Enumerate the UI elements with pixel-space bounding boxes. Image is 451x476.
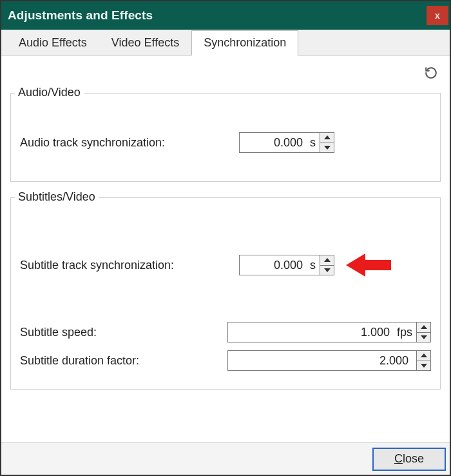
subtitle-speed-unit: fps [394,322,416,342]
titlebar: Adjustments and Effects x [1,1,450,30]
audio-sync-value[interactable]: 0.000 [240,133,307,152]
tab-bar: Audio Effects Video Effects Synchronizat… [1,30,450,55]
svg-marker-7 [421,353,427,357]
subtitle-sync-stepper [320,255,334,275]
tab-video-effects[interactable]: Video Effects [99,30,191,55]
tab-label: Synchronization [204,36,286,50]
synchronization-panel: Audio/Video Audio track synchronization:… [1,55,450,442]
tab-audio-effects[interactable]: Audio Effects [6,30,99,55]
spinner-up-icon[interactable] [320,255,334,265]
svg-marker-3 [324,268,331,272]
svg-marker-6 [421,335,427,339]
spinner-down-icon[interactable] [320,143,334,153]
panel-toolbar [10,62,441,86]
close-button[interactable]: Close [372,448,446,471]
spinner-up-icon[interactable] [320,133,334,143]
group-subtitles-video: Subtitles/Video Subtitle track synchroni… [10,197,441,390]
subtitle-speed-stepper [416,322,430,342]
audio-sync-label: Audio track synchronization: [20,136,226,150]
svg-marker-4 [346,253,391,277]
audio-sync-unit: s [307,133,320,152]
tab-synchronization[interactable]: Synchronization [191,30,298,55]
callout-arrow-icon [346,251,391,279]
subtitle-sync-label: Subtitle track synchronization: [20,259,226,272]
svg-marker-0 [324,135,331,139]
subtitle-duration-stepper [416,351,430,370]
group-legend: Subtitles/Video [15,190,99,204]
audio-sync-stepper [320,133,334,152]
subtitle-speed-label: Subtitle speed: [20,326,215,339]
svg-marker-1 [324,146,331,150]
group-audio-video: Audio/Video Audio track synchronization:… [10,93,441,182]
subtitle-duration-label: Subtitle duration factor: [20,354,215,368]
spinner-up-icon[interactable] [417,351,430,361]
subtitle-sync-value[interactable]: 0.000 [240,255,307,275]
tab-label: Audio Effects [19,36,87,50]
subtitle-duration-spinner[interactable]: 2.000 [227,350,431,371]
svg-marker-8 [421,364,427,368]
spinner-down-icon[interactable] [417,332,430,342]
spinner-up-icon[interactable] [417,322,430,332]
subtitle-sync-unit: s [307,255,320,275]
refresh-icon[interactable] [423,64,439,81]
subtitle-speed-spinner[interactable]: 1.000 fps [227,322,431,342]
subtitle-duration-value[interactable]: 2.000 [228,351,412,370]
audio-sync-spinner[interactable]: 0.000 s [239,132,334,153]
group-legend: Audio/Video [15,86,84,99]
dialog-footer: Close [1,442,450,475]
close-icon: x [435,10,440,21]
subtitle-sync-spinner[interactable]: 0.000 s [239,255,334,275]
window-title: Adjustments and Effects [8,8,153,23]
svg-marker-5 [421,325,427,329]
close-button-rest: lose [403,452,424,466]
window-close-button[interactable]: x [427,6,448,25]
subtitle-speed-value[interactable]: 1.000 [228,322,394,342]
adjustments-and-effects-window: Adjustments and Effects x Audio Effects … [0,0,451,476]
spinner-down-icon[interactable] [320,265,334,275]
close-button-accel: C [394,452,403,466]
tab-label: Video Effects [111,36,179,50]
svg-marker-2 [324,258,331,262]
spinner-down-icon[interactable] [417,361,430,371]
